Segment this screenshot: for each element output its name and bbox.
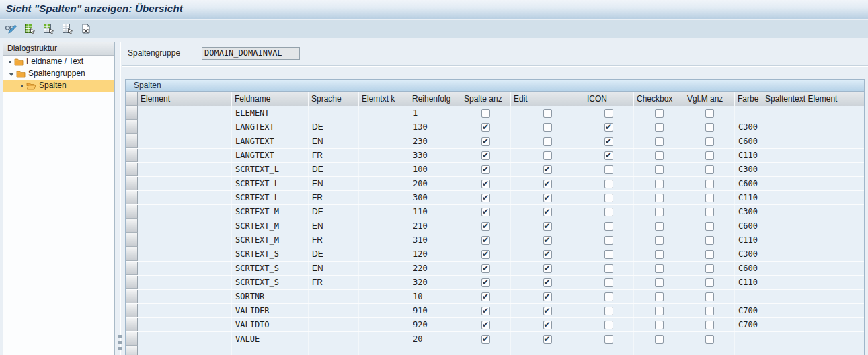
feldname-cell[interactable]: SCRTEXT_M (232, 219, 309, 233)
row-selector[interactable] (126, 247, 138, 261)
farbe-cell[interactable]: C700 (735, 304, 762, 317)
checkbox-checkbox[interactable] (655, 335, 664, 344)
spaltengruppe-field[interactable]: DOMAIN_DOMAINVAL (202, 47, 300, 60)
sprache-cell[interactable] (309, 318, 359, 331)
feldname-cell[interactable] (232, 346, 309, 355)
sprache-cell[interactable]: FR (309, 191, 359, 204)
feldname-cell[interactable]: VALIDTO (232, 318, 309, 331)
reihenfolg-cell[interactable]: 1 (409, 106, 461, 120)
edit-checkbox[interactable] (543, 165, 552, 174)
reihenfolg-cell[interactable]: 220 (409, 262, 461, 275)
row-selector[interactable] (126, 120, 138, 134)
reihenfolg-cell[interactable]: 330 (409, 149, 461, 162)
elemtxt-cell[interactable] (359, 262, 409, 275)
select-all-button[interactable] (23, 22, 37, 36)
farbe-cell[interactable]: C110 (735, 233, 762, 247)
spalte-anz-checkbox[interactable] (481, 307, 490, 315)
display-change-toggle-button[interactable] (4, 22, 18, 36)
spalte-anz-checkbox[interactable] (481, 194, 490, 202)
farbe-cell[interactable]: C600 (735, 177, 762, 190)
checkbox-checkbox[interactable] (655, 109, 664, 118)
feldname-cell[interactable]: LANGTEXT (232, 120, 309, 134)
elemtxt-cell[interactable] (359, 205, 409, 219)
feldname-cell[interactable]: ELEMENT (232, 106, 309, 120)
sprache-cell[interactable]: DE (309, 205, 359, 219)
spaltentext-cell[interactable] (762, 304, 864, 317)
row-selector[interactable] (126, 163, 138, 176)
farbe-cell[interactable]: C110 (735, 276, 762, 289)
elemtxt-cell[interactable] (359, 120, 409, 134)
element-cell[interactable] (138, 346, 232, 355)
vglm-checkbox[interactable] (705, 151, 714, 160)
sprache-cell[interactable] (309, 346, 359, 355)
element-cell[interactable] (138, 149, 232, 162)
spalte-anz-checkbox[interactable] (481, 321, 490, 329)
edit-checkbox[interactable] (543, 250, 552, 259)
icon-checkbox[interactable] (604, 151, 613, 160)
icon-checkbox[interactable] (604, 222, 613, 231)
spaltentext-cell[interactable] (762, 276, 864, 289)
element-cell[interactable] (138, 120, 232, 134)
feldname-cell[interactable]: VALIDFR (232, 304, 309, 317)
checkbox-checkbox[interactable] (655, 137, 664, 146)
vglm-checkbox[interactable] (705, 250, 714, 259)
spalte-anz-checkbox[interactable] (481, 180, 490, 188)
elemtxt-cell[interactable] (359, 134, 409, 148)
icon-checkbox[interactable] (604, 250, 613, 259)
icon-checkbox[interactable] (604, 278, 613, 287)
row-selector[interactable] (126, 304, 138, 317)
sprache-cell[interactable]: DE (309, 120, 359, 134)
spalte-anz-checkbox[interactable] (481, 137, 490, 146)
elemtxt-cell[interactable] (359, 191, 409, 204)
column-header[interactable]: Elemtxt k (359, 92, 409, 106)
row-selector[interactable] (126, 290, 138, 303)
icon-checkbox[interactable] (604, 180, 613, 188)
reihenfolg-cell[interactable]: 130 (409, 120, 461, 134)
spalte-anz-checkbox[interactable] (481, 264, 490, 273)
checkbox-checkbox[interactable] (655, 208, 664, 216)
feldname-cell[interactable]: SCRTEXT_M (232, 233, 309, 247)
checkbox-checkbox[interactable] (655, 278, 664, 287)
row-selector[interactable] (126, 332, 138, 346)
edit-checkbox[interactable] (543, 180, 552, 188)
vglm-checkbox[interactable] (705, 137, 714, 146)
checkbox-checkbox[interactable] (655, 180, 664, 188)
spaltentext-cell[interactable] (762, 106, 864, 120)
farbe-cell[interactable]: C700 (735, 318, 762, 331)
edit-checkbox[interactable] (543, 151, 552, 160)
spaltentext-cell[interactable] (762, 134, 864, 148)
element-cell[interactable] (138, 205, 232, 219)
edit-checkbox[interactable] (543, 208, 552, 216)
elemtxt-cell[interactable] (359, 346, 409, 355)
row-selector[interactable] (126, 219, 138, 233)
reihenfolg-cell[interactable]: 200 (409, 177, 461, 190)
reihenfolg-cell[interactable]: 300 (409, 191, 461, 204)
feldname-cell[interactable]: SCRTEXT_S (232, 247, 309, 261)
spaltentext-cell[interactable] (762, 120, 864, 134)
farbe-cell[interactable]: C300 (735, 120, 762, 134)
edit-checkbox[interactable] (543, 222, 552, 231)
icon-checkbox[interactable] (604, 292, 613, 301)
column-header[interactable]: Element (138, 92, 232, 106)
details-button[interactable] (79, 22, 93, 36)
column-header[interactable]: Farbe (735, 92, 762, 106)
farbe-cell[interactable] (735, 106, 762, 120)
vglm-checkbox[interactable] (705, 194, 714, 202)
row-selector[interactable] (126, 177, 138, 190)
feldname-cell[interactable]: SCRTEXT_L (232, 177, 309, 190)
element-cell[interactable] (138, 262, 232, 275)
elemtxt-cell[interactable] (359, 219, 409, 233)
edit-checkbox[interactable] (543, 335, 552, 344)
spalte-anz-checkbox[interactable] (481, 292, 490, 301)
elemtxt-cell[interactable] (359, 318, 409, 331)
sprache-cell[interactable] (309, 106, 359, 120)
vglm-checkbox[interactable] (705, 321, 714, 329)
select-block-button[interactable] (42, 22, 56, 36)
spaltentext-cell[interactable] (762, 346, 864, 355)
spalte-anz-checkbox[interactable] (481, 109, 490, 118)
elemtxt-cell[interactable] (359, 290, 409, 303)
edit-checkbox[interactable] (543, 109, 552, 118)
icon-checkbox[interactable] (604, 264, 613, 273)
element-cell[interactable] (138, 290, 232, 303)
element-cell[interactable] (138, 134, 232, 148)
